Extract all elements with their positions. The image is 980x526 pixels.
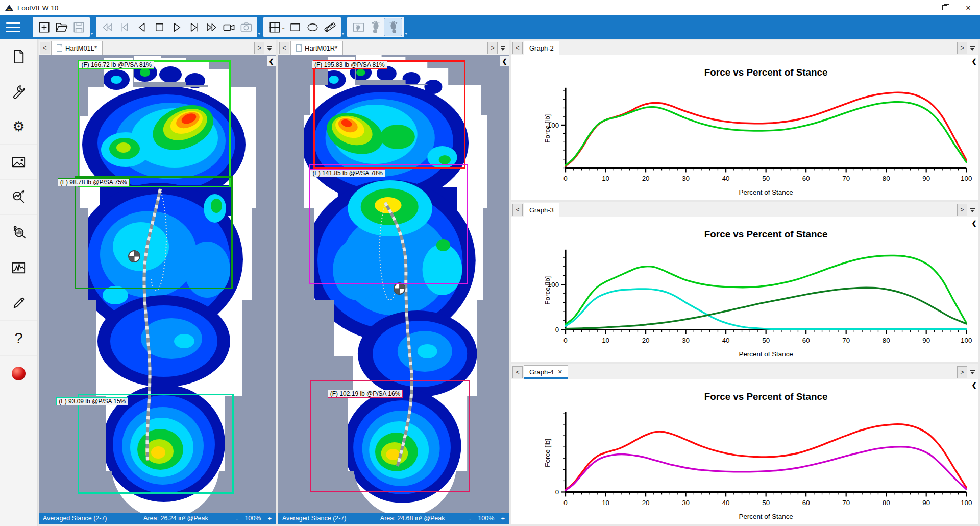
pressure-map-left[interactable]: ❮	[39, 55, 276, 513]
pressure-region[interactable]	[75, 176, 233, 289]
graph-4-content: ❮ Force vs Percent of Stance Force [lb] …	[511, 379, 978, 524]
sidebar-item-image[interactable]	[0, 145, 37, 180]
skip-to-start-button[interactable]	[116, 18, 133, 36]
statusbar-right-foot: Averaged Stance (2-7) Area: 24.68 in² @P…	[278, 513, 509, 524]
svg-text:Force vs Percent of Stance: Force vs Percent of Stance	[704, 67, 828, 78]
tab-scroll-right-button[interactable]: >	[487, 42, 498, 54]
svg-text:80: 80	[883, 499, 890, 507]
pressure-region[interactable]	[78, 60, 231, 187]
group-launcher-icon[interactable]	[90, 32, 94, 37]
hamburger-menu-button[interactable]	[0, 15, 27, 39]
close-icon: ✕	[966, 4, 971, 12]
force-curves	[566, 424, 966, 490]
tab-scroll-left-button[interactable]: <	[279, 42, 289, 54]
collapse-panel-button[interactable]: ❮	[267, 56, 276, 66]
zoom-in-button[interactable]: +	[501, 515, 505, 522]
close-button[interactable]: ✕	[957, 0, 980, 15]
grid-button[interactable]	[266, 18, 283, 36]
pressure-region[interactable]	[78, 394, 234, 494]
svg-text:Force [lb]: Force [lb]	[544, 276, 551, 305]
fast-forward-button[interactable]	[203, 18, 220, 36]
film-foot-button[interactable]	[350, 18, 367, 36]
pin-panel-icon[interactable]	[499, 42, 507, 54]
tab-scroll-right-button[interactable]: >	[957, 42, 967, 54]
window-title: FootVIEW 10	[17, 4, 58, 12]
save-button[interactable]	[70, 18, 87, 36]
new-document-button[interactable]	[35, 18, 53, 36]
svg-text:30: 30	[682, 337, 690, 345]
svg-text:60: 60	[802, 499, 810, 507]
rewind-button[interactable]	[99, 18, 116, 36]
video-camera-button[interactable]	[220, 18, 237, 36]
open-file-button[interactable]	[53, 18, 70, 36]
sidebar-item-tools[interactable]	[0, 74, 37, 109]
photo-camera-button[interactable]	[237, 18, 255, 36]
svg-text:50: 50	[762, 175, 770, 182]
chevron-down-icon[interactable]: ⌄	[281, 25, 285, 30]
pin-panel-icon[interactable]	[968, 42, 976, 54]
group-launcher-icon[interactable]	[341, 32, 346, 37]
tab-scroll-left-button[interactable]: <	[512, 366, 523, 378]
sidebar-item-help[interactable]: ?	[0, 321, 37, 356]
tab-scroll-right-button[interactable]: >	[957, 366, 967, 378]
group-launcher-icon[interactable]	[258, 32, 262, 37]
collapse-panel-button[interactable]: ❮	[970, 380, 978, 390]
tab-scroll-left-button[interactable]: <	[512, 42, 523, 54]
graph-column: < Graph-2 > ❮ Force vs Percent of Stance…	[511, 40, 978, 524]
tab-graph-4[interactable]: Graph-4 ✕	[524, 365, 568, 379]
tab-scroll-left-button[interactable]: <	[40, 42, 50, 54]
pin-panel-icon[interactable]	[265, 42, 274, 54]
maximize-button[interactable]	[933, 0, 957, 15]
sidebar-item-gait-analysis[interactable]	[0, 215, 37, 250]
minimize-button[interactable]	[910, 0, 933, 15]
ellipse-tool-button[interactable]	[304, 18, 321, 36]
sidebar-item-zoom-analysis[interactable]	[0, 180, 37, 215]
waveform-icon	[11, 260, 27, 276]
rectangle-tool-button[interactable]	[286, 18, 304, 36]
stance-mode-label: Averaged Stance (2-7)	[43, 515, 143, 522]
collapse-panel-button[interactable]: ❮	[970, 218, 978, 228]
x-axis-ticks: 0102030405060708090100	[564, 168, 972, 182]
tab-scroll-left-button[interactable]: <	[512, 204, 523, 216]
svg-text:Force vs Percent of Stance: Force vs Percent of Stance	[704, 229, 828, 240]
pin-panel-icon[interactable]	[968, 204, 976, 216]
step-forward-button[interactable]	[185, 18, 203, 36]
zoom-out-button[interactable]: -	[236, 515, 238, 522]
pencil-icon	[11, 295, 27, 311]
force-chart-right-regions: Force vs Percent of Stance Force [lb] 0 …	[511, 379, 978, 524]
force-chart-left-regions: Force vs Percent of Stance Force [lb] 01…	[511, 217, 978, 362]
close-tab-icon[interactable]: ✕	[558, 369, 562, 375]
tabstrip-graph-4: < Graph-4 ✕ >	[511, 364, 978, 379]
collapse-panel-button[interactable]: ❮	[970, 56, 978, 66]
pressure-region[interactable]	[313, 60, 465, 169]
pressure-region[interactable]	[309, 164, 468, 284]
sidebar-item-record[interactable]	[0, 356, 37, 391]
toolbar: ⌄	[0, 15, 980, 39]
pressure-map-right[interactable]: ❮	[278, 55, 509, 513]
sidebar-item-waveform[interactable]	[0, 250, 37, 285]
tabstrip-hartm01r: < HartM01R* >	[278, 40, 509, 55]
pin-panel-icon[interactable]	[968, 366, 976, 378]
tab-scroll-right-button[interactable]: >	[957, 204, 967, 216]
stop-button[interactable]	[151, 18, 168, 36]
svg-text:0: 0	[555, 326, 559, 334]
tab-scroll-right-button[interactable]: >	[254, 42, 264, 54]
sidebar-item-settings[interactable]: ⚙	[0, 109, 37, 145]
left-footprint-button[interactable]	[367, 18, 384, 36]
collapse-panel-button[interactable]: ❮	[500, 56, 509, 66]
sidebar-item-document[interactable]	[0, 39, 37, 74]
ruler-tool-button[interactable]	[321, 18, 338, 36]
tab-graph-2[interactable]: Graph-2	[524, 41, 559, 55]
zoom-in-button[interactable]: +	[267, 515, 272, 522]
step-back-button[interactable]	[133, 18, 151, 36]
group-launcher-icon[interactable]	[405, 32, 409, 37]
tab-label: Graph-4	[529, 368, 554, 376]
svg-text:100: 100	[548, 281, 559, 289]
sidebar-item-annotate[interactable]	[0, 285, 37, 321]
play-button[interactable]	[168, 18, 185, 36]
right-footprint-button[interactable]	[384, 18, 402, 36]
zoom-out-button[interactable]: -	[469, 515, 471, 522]
tab-hartm01l[interactable]: HartM01L*	[51, 41, 103, 55]
tab-hartm01r[interactable]: HartM01R*	[290, 41, 343, 55]
tab-graph-3[interactable]: Graph-3	[524, 203, 559, 217]
